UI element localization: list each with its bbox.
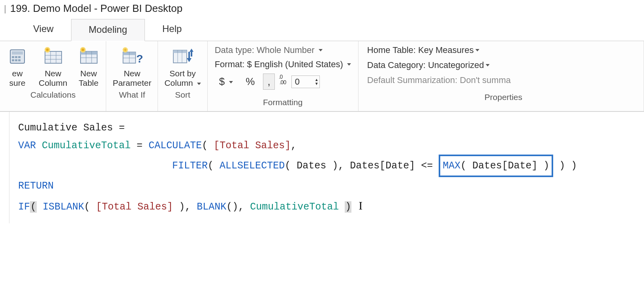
data-category-value: Uncategorized [428,60,484,70]
group-properties-label: Properties [484,93,522,104]
col-total-sales: [Total Sales] [214,140,291,151]
col-dates-date-1: Dates[Date] [350,160,415,172]
svg-rect-1 [12,51,23,55]
new-table-button[interactable]: New Table [76,43,101,88]
fn-if: IF [18,201,30,213]
ribbon-tabs: View Modeling Help [0,19,644,41]
chevron-down-icon [486,64,490,66]
svg-rect-5 [12,59,14,61]
window-titlebar: | 199. Demo Model - Power BI Desktop [0,0,644,19]
data-type-label: Data type: [215,45,254,55]
measure-icon [6,45,28,67]
fn-isblank: ISBLANK [43,201,84,213]
sort-label-l1: Sort by [169,69,196,78]
fn-blank: BLANK [197,201,226,213]
spinner-icon[interactable]: ▲▼ [315,76,319,88]
default-summ-label: Default Summarization: [367,75,458,85]
home-table-value: Key Measures [418,45,474,55]
new-column-label-l2: Column [39,78,67,87]
svg-rect-3 [15,56,17,58]
parameter-icon: ? [121,45,143,67]
group-formatting: Data type: Whole Number Format: $ Englis… [208,41,359,111]
format-label: Format: [215,59,245,70]
group-calculations-label: Calculations [30,90,75,101]
new-parameter-label-l2: Parameter [113,78,151,87]
svg-text:?: ? [137,53,143,65]
svg-rect-8 [45,51,62,63]
currency-symbol: $ [219,76,225,87]
new-measure-button[interactable]: ew sure [5,43,30,88]
fn-calculate: CALCULATE [148,140,202,151]
chevron-down-icon [319,49,323,51]
data-type-selector[interactable]: Data type: Whole Number [215,45,323,55]
paren-open-hl: ( [30,201,37,213]
group-sort: Sort by Column Sort [158,41,207,111]
tbl-dates: Dates [297,160,326,172]
chevron-down-icon [475,49,479,51]
ref-cumulative: CumulativeTotal [250,201,339,213]
title-divider: | [4,4,6,14]
group-sort-label: Sort [175,90,190,101]
sort-by-column-button[interactable]: Sort by Column [163,43,202,88]
svg-rect-27 [173,50,187,53]
formula-editor[interactable]: Cumulative Sales = VAR CumulativeTotal =… [9,112,644,223]
chevron-down-icon [229,81,233,83]
svg-rect-2 [12,56,14,58]
measure-eq: = [113,122,131,134]
tab-modeling[interactable]: Modeling [71,19,145,41]
percent-format-button[interactable]: % [241,74,259,90]
home-table-selector[interactable]: Home Table: Key Measures [367,45,479,55]
formula-gutter [0,112,9,223]
formula-area: Cumulative Sales = VAR CumulativeTotal =… [0,111,644,223]
data-category-label: Data Category: [367,60,426,70]
group-calculations: ew sure New Column [0,41,106,111]
group-whatif: ? New Parameter What If [106,41,158,111]
decimal-icon: .0 .00 [279,75,287,88]
svg-rect-4 [18,56,21,58]
paren-close-hl: ) [345,201,351,213]
fn-allselected: ALLSELECTED [220,160,285,172]
new-column-icon [42,45,64,67]
data-type-value: Whole Number [257,45,315,55]
op-lte: <= [421,160,433,172]
group-properties: Home Table: Key Measures Data Category: … [359,41,644,111]
chevron-down-icon [197,83,201,85]
svg-rect-6 [15,59,17,61]
new-column-label-l1: New [45,69,61,78]
default-summarization-selector[interactable]: Default Summarization: Don't summa [367,75,511,85]
highlighted-max-expr: MAX( Dates[Date] ) [439,155,553,177]
fn-max: MAX [443,160,460,172]
ribbon: ew sure New Column [0,41,644,111]
text-cursor-icon: I [359,199,362,212]
sort-label-l2: Column [164,78,193,87]
svg-rect-7 [18,59,21,61]
new-table-icon [77,45,100,67]
tab-help[interactable]: Help [145,19,199,41]
kw-return: RETURN [18,180,54,192]
kw-var: VAR [18,140,36,151]
new-table-label-l2: Table [79,78,98,87]
sort-icon [172,45,194,67]
thousands-separator-button[interactable]: , [263,74,274,90]
new-measure-label-l1: ew [12,69,23,78]
new-table-label-l1: New [80,69,97,78]
format-selector[interactable]: Format: $ English (United States) [215,59,351,70]
decimals-input[interactable]: 0 ▲▼ [291,76,320,88]
new-measure-label-l2: sure [9,78,26,87]
new-parameter-button[interactable]: ? New Parameter [111,43,153,88]
group-formatting-label: Formatting [263,98,302,109]
window-title: 199. Demo Model - Power BI Desktop [10,2,182,15]
col-total-sales-2: [Total Sales] [96,201,173,213]
format-value: $ English (United States) [247,59,343,70]
decimals-value: 0 [295,77,300,87]
col-dates-date-2: Dates[Date] [472,160,537,172]
default-summ-value: Don't summa [460,75,511,85]
group-whatif-label: What If [119,90,145,101]
new-column-button[interactable]: New Column [37,43,69,88]
new-parameter-label-l1: New [124,69,140,78]
data-category-selector[interactable]: Data Category: Uncategorized [367,60,490,70]
currency-format-button[interactable]: $ [215,74,238,90]
tab-view[interactable]: View [16,19,71,41]
var-name: CumulativeTotal [42,140,131,151]
home-table-label: Home Table: [367,45,416,55]
